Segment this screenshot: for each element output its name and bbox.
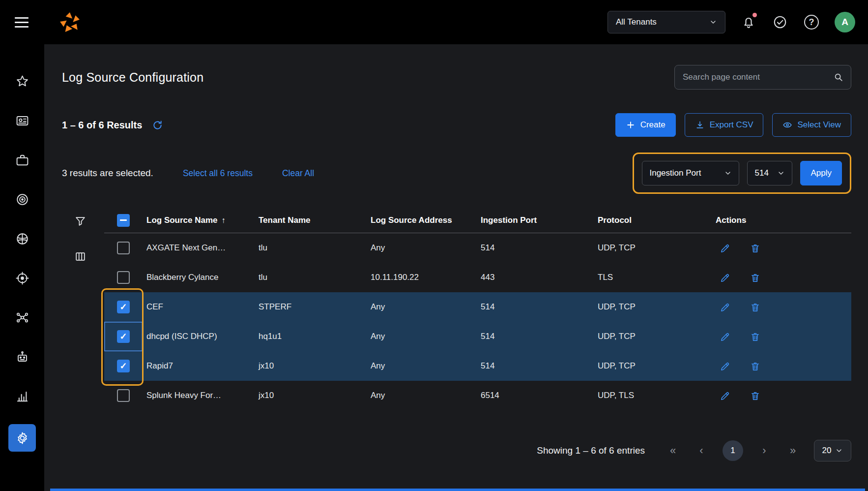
row-checkbox[interactable]	[117, 360, 130, 372]
sidebar-item-target[interactable]	[11, 267, 33, 289]
page-size-select[interactable]: 20	[814, 440, 851, 461]
search-input[interactable]	[683, 72, 833, 82]
search-icon[interactable]	[833, 72, 844, 83]
row-checkbox-cell	[104, 292, 143, 322]
bell-icon[interactable]	[740, 14, 757, 31]
page-title: Log Source Configuration	[62, 70, 203, 85]
table-row[interactable]: Splunk Heavy For… jx10 Any 6514 UDP, TLS	[104, 381, 851, 410]
last-page-icon[interactable]: »	[785, 444, 800, 457]
col-protocol[interactable]: Protocol	[594, 215, 712, 225]
tenant-selector[interactable]: All Tenants	[608, 11, 725, 33]
delete-icon[interactable]	[750, 302, 761, 313]
edit-icon[interactable]	[720, 272, 731, 283]
col-ingestion-port[interactable]: Ingestion Port	[477, 215, 594, 225]
brand-star-icon	[59, 12, 80, 32]
export-csv-button[interactable]: Export CSV	[685, 113, 764, 137]
bulk-edit-highlight: Ingestion Port 514 Apply	[633, 153, 851, 194]
table-row[interactable]: Blackberry Cylance tlu 10.11.190.22 443 …	[104, 263, 851, 292]
delete-icon[interactable]	[750, 361, 761, 372]
brand-logo[interactable]	[59, 11, 81, 33]
eye-icon	[782, 120, 792, 130]
next-page-icon[interactable]: ›	[757, 444, 772, 457]
select-all-link[interactable]: Select all 6 results	[183, 168, 253, 179]
row-checkbox-cell	[104, 322, 143, 351]
avatar[interactable]: A	[835, 12, 855, 32]
cell-actions	[712, 331, 851, 342]
select-view-button[interactable]: Select View	[772, 113, 851, 137]
tenant-selector-label: All Tenants	[616, 17, 657, 27]
bulk-value-select[interactable]: 514	[747, 161, 792, 185]
results-row: 1 – 6 of 6 Results Create Export CSV Sel…	[62, 113, 851, 137]
edit-icon[interactable]	[720, 361, 731, 372]
first-page-icon[interactable]: «	[665, 444, 680, 457]
cell-log-source-name: AXGATE Next Gen…	[143, 243, 255, 253]
delete-icon[interactable]	[750, 272, 761, 283]
log-source-table: Log Source Name ↑ Tenant Name Log Source…	[104, 208, 851, 410]
cell-log-source-name: dhcpd (ISC DHCP)	[143, 332, 255, 341]
cell-actions	[712, 302, 851, 313]
columns-icon[interactable]	[73, 249, 87, 264]
briefcase-icon	[15, 153, 29, 167]
sidebar-item-analytics[interactable]	[11, 385, 33, 407]
delete-icon[interactable]	[750, 390, 761, 401]
clear-all-link[interactable]: Clear All	[282, 168, 314, 179]
sort-asc-icon[interactable]: ↑	[222, 216, 226, 225]
cell-log-source-name: Rapid7	[143, 361, 255, 371]
col-tenant-name[interactable]: Tenant Name	[255, 215, 367, 225]
sidebar-item-network[interactable]	[11, 306, 33, 329]
edit-icon[interactable]	[720, 243, 731, 254]
row-checkbox[interactable]	[117, 301, 130, 313]
create-button[interactable]: Create	[615, 113, 676, 137]
sidebar-item-briefcase[interactable]	[11, 149, 33, 171]
chevron-down-icon	[835, 447, 843, 455]
table-header: Log Source Name ↑ Tenant Name Log Source…	[104, 208, 851, 233]
table-row[interactable]: AXGATE Next Gen… tlu Any 514 UDP, TCP	[104, 233, 851, 263]
export-csv-label: Export CSV	[710, 120, 753, 130]
question-mark-icon: ?	[804, 15, 819, 30]
delete-icon[interactable]	[750, 243, 761, 254]
delete-icon[interactable]	[750, 331, 761, 342]
sidebar-item-globe[interactable]	[11, 227, 33, 250]
table-row[interactable]: Rapid7 jx10 Any 514 UDP, TCP	[104, 351, 851, 381]
apply-button[interactable]: Apply	[800, 161, 842, 185]
cell-ingestion-port: 6514	[477, 391, 594, 400]
edit-icon[interactable]	[720, 390, 731, 401]
chevron-down-icon	[777, 169, 785, 177]
menu-icon[interactable]	[12, 14, 31, 31]
row-checkbox[interactable]	[117, 389, 130, 402]
plus-icon	[626, 120, 636, 130]
title-row: Log Source Configuration	[62, 65, 851, 90]
bulk-field-select[interactable]: Ingestion Port	[642, 161, 739, 185]
table-row[interactable]: dhcpd (ISC DHCP) hq1u1 Any 514 UDP, TCP	[104, 322, 851, 351]
table-row[interactable]: CEF STPERF Any 514 UDP, TCP	[104, 292, 851, 322]
help-icon[interactable]: ?	[803, 14, 820, 31]
row-checkbox[interactable]	[117, 242, 130, 254]
sidebar-item-card[interactable]	[11, 109, 33, 132]
disc-icon	[15, 192, 29, 207]
sidebar-item-settings[interactable]	[8, 424, 36, 452]
prev-page-icon[interactable]: ‹	[694, 444, 709, 457]
row-checkbox[interactable]	[117, 271, 130, 284]
cell-tenant-name: hq1u1	[255, 332, 367, 341]
sidebar-item-favorites[interactable]	[11, 70, 33, 92]
select-all-checkbox[interactable]	[117, 214, 130, 227]
cell-protocol: UDP, TCP	[594, 332, 712, 341]
create-button-label: Create	[640, 120, 665, 130]
edit-icon[interactable]	[720, 331, 731, 342]
refresh-button[interactable]	[152, 120, 163, 131]
col-log-source-address[interactable]: Log Source Address	[367, 215, 477, 225]
row-checkbox[interactable]	[117, 330, 130, 343]
cell-ingestion-port: 514	[477, 243, 594, 253]
main-content: Log Source Configuration 1 – 6 of 6 Resu…	[44, 44, 868, 491]
edit-icon[interactable]	[720, 302, 731, 313]
filter-icon[interactable]	[73, 214, 87, 228]
check-circle-icon[interactable]	[772, 14, 788, 31]
cell-log-source-address: 10.11.190.22	[367, 273, 477, 282]
col-log-source-name[interactable]: Log Source Name ↑	[143, 215, 255, 225]
sidebar-item-automation[interactable]	[11, 345, 33, 368]
current-page-button[interactable]: 1	[723, 440, 743, 461]
select-all-cell	[104, 208, 143, 233]
sidebar-item-disc[interactable]	[11, 188, 33, 211]
cell-protocol: UDP, TLS	[594, 391, 712, 400]
cell-protocol: UDP, TCP	[594, 243, 712, 253]
